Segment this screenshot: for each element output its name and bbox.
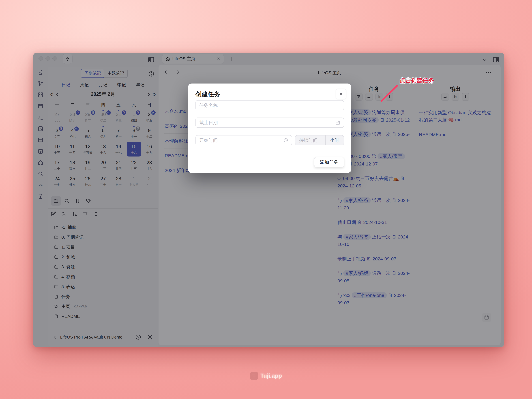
duration-unit: 小时 xyxy=(325,135,344,145)
close-icon xyxy=(339,92,343,96)
modal-close-button[interactable] xyxy=(336,89,346,99)
task-name-field xyxy=(196,100,344,110)
create-task-modal: 创建任务 持续时间 小时 添加任务 xyxy=(188,83,351,173)
watermark: Tuji.app xyxy=(0,372,532,380)
annotation-arrow xyxy=(379,84,400,104)
start-time-input[interactable] xyxy=(199,138,283,143)
clock-icon[interactable] xyxy=(283,138,288,143)
calendar-icon[interactable] xyxy=(335,120,340,125)
duration-placeholder: 持续时间 xyxy=(295,137,325,144)
due-date-input[interactable] xyxy=(199,120,335,125)
task-name-input[interactable] xyxy=(199,103,340,108)
watermark-text: Tuji.app xyxy=(260,373,282,379)
annotation-text: 点击创建任务 xyxy=(400,77,434,84)
add-task-button[interactable]: 添加任务 xyxy=(314,157,344,167)
duration-field[interactable]: 持续时间 小时 xyxy=(295,135,344,145)
due-date-field xyxy=(196,118,344,128)
start-time-field xyxy=(196,135,292,145)
modal-title: 创建任务 xyxy=(196,90,220,99)
crop-icon xyxy=(250,372,258,380)
